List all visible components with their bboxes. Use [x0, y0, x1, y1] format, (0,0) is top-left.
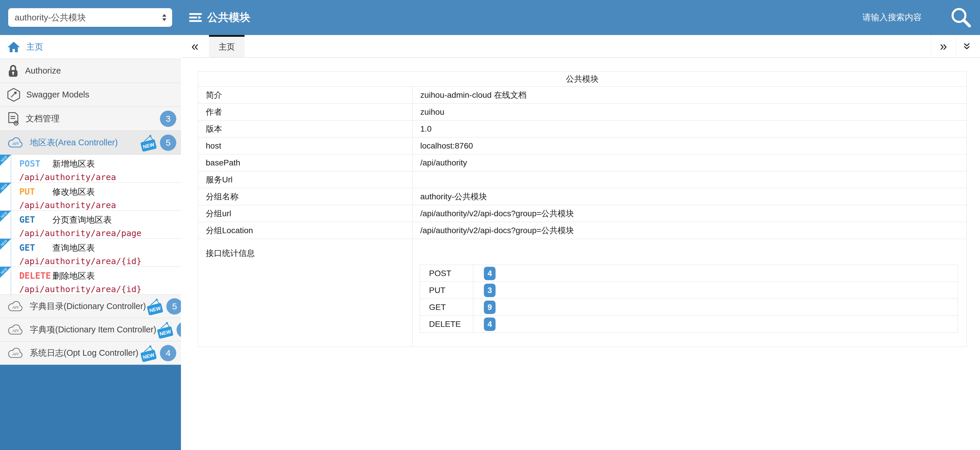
sidebar-item-dictionary-item-controller[interactable]: API 字典项(Dictionary Item Controller) NEW … — [0, 318, 181, 342]
cloud-api-icon: API — [7, 347, 24, 359]
api-endpoint-list: NEW POST 新增地区表 /api/authority/area NEW P… — [0, 155, 181, 295]
sidebar-item-doc-manage[interactable]: 文档管理 3 — [0, 107, 181, 131]
tabs-menu-button[interactable]: » — [956, 35, 980, 57]
main-content: « 主页 » » 公共模块 简介 zuihou-admin-cloud 在线文档… — [181, 35, 980, 450]
http-method-label: GET — [19, 243, 51, 253]
http-method-label: DELETE — [19, 270, 51, 281]
group-select[interactable]: authority-公共模块 — [8, 8, 172, 27]
new-ribbon-icon: NEW — [0, 155, 11, 166]
new-tag-icon: NEW — [146, 298, 164, 315]
sidebar-item-label: 系统日志(Opt Log Controller) — [30, 347, 138, 359]
new-tag-icon: NEW — [140, 344, 158, 362]
new-ribbon-icon: NEW — [0, 183, 11, 194]
row-label: 作者 — [198, 103, 413, 121]
row-label: 简介 — [198, 87, 413, 103]
api-count-badge: 6 — [177, 321, 181, 338]
api-path: /api/authority/area — [19, 172, 181, 182]
sidebar-item-area-controller[interactable]: API 地区表(Area Controller) NEW 5 — [0, 131, 181, 155]
sidebar-item-label: 主页 — [26, 41, 43, 53]
cloud-api-icon: API — [7, 136, 24, 149]
home-icon — [7, 41, 21, 53]
tab-label: 主页 — [219, 41, 235, 52]
svg-text:API: API — [12, 142, 19, 146]
stats-row: 接口统计信息 POST 4 PUT 3 GET 9 — [198, 239, 967, 347]
api-path: /api/authority/area/{id} — [19, 284, 181, 294]
sidebar: 主页 Authorize Swagger Models — [0, 35, 181, 450]
api-name: 新增地区表 — [52, 159, 95, 169]
table-row: 服务Url — [198, 171, 967, 188]
stats-table-row: DELETE 4 — [420, 316, 958, 333]
doc-count-badge: 3 — [160, 111, 176, 127]
search-icon[interactable] — [950, 6, 972, 29]
api-item-put-area[interactable]: NEW PUT 修改地区表 /api/authority/area — [0, 183, 181, 211]
sidebar-item-label: 字典项(Dictionary Item Controller) — [30, 324, 156, 336]
lock-icon — [7, 64, 19, 78]
sidebar-item-label: 文档管理 — [26, 113, 59, 125]
app-logo-icon — [189, 11, 202, 24]
row-label: 版本 — [198, 121, 413, 137]
row-value: /api/authority/v2/api-docs?group=公共模块 — [413, 222, 967, 239]
http-method-label: POST — [19, 159, 51, 169]
http-method-label: GET — [19, 215, 51, 225]
cloud-api-icon: API — [7, 300, 24, 313]
tab-home[interactable]: 主页 — [209, 35, 245, 57]
api-count-badge: 5 — [160, 135, 176, 151]
table-row: 分组url /api/authority/v2/api-docs?group=公… — [198, 205, 967, 222]
api-item-post-area[interactable]: NEW POST 新增地区表 /api/authority/area — [0, 155, 181, 183]
sidebar-item-opt-log-controller[interactable]: API 系统日志(Opt Log Controller) NEW 4 — [0, 342, 181, 365]
api-item-delete-area-id[interactable]: NEW DELETE 删除地区表 /api/authority/area/{id… — [0, 267, 181, 295]
svg-text:API: API — [12, 305, 19, 310]
sidebar-item-dictionary-controller[interactable]: API 字典目录(Dictionary Controller) NEW 5 — [0, 295, 181, 318]
api-count-badge: 4 — [160, 345, 176, 361]
sidebar-item-label: 地区表(Area Controller) — [30, 137, 118, 148]
app-title-wrap: 公共模块 — [189, 10, 250, 25]
table-row: 作者 zuihou — [198, 103, 967, 121]
method-count-badge: 4 — [484, 267, 496, 280]
row-value: /api/authority — [413, 154, 967, 171]
search-placeholder: 请输入搜索内容 — [862, 12, 922, 23]
http-method-label: PUT — [19, 186, 51, 197]
api-path: /api/authority/area — [19, 200, 181, 210]
row-label: 服务Url — [198, 171, 413, 188]
sidebar-item-swagger-models[interactable]: Swagger Models — [0, 83, 181, 107]
api-name: 分页查询地区表 — [52, 215, 111, 224]
row-label: 分组url — [198, 205, 413, 222]
tab-bar: « 主页 » » — [181, 35, 980, 58]
table-row: basePath /api/authority — [198, 154, 967, 171]
stats-method: DELETE — [420, 316, 473, 333]
models-hexagon-icon — [7, 87, 21, 102]
sidebar-item-authorize[interactable]: Authorize — [0, 59, 181, 83]
sidebar-item-label: Authorize — [25, 66, 61, 76]
row-value: /api/authority/v2/api-docs?group=公共模块 — [413, 205, 967, 222]
api-name: 删除地区表 — [52, 271, 95, 280]
search-input[interactable]: 请输入搜索内容 — [862, 6, 980, 29]
new-tag-icon: NEW — [140, 134, 158, 151]
sidebar-item-label: Swagger Models — [26, 90, 89, 100]
module-info-table: 公共模块 简介 zuihou-admin-cloud 在线文档 作者 zuiho… — [198, 71, 967, 347]
api-item-get-area-page[interactable]: NEW GET 分页查询地区表 /api/authority/area/page — [0, 211, 181, 239]
tabs-scroll-left-button[interactable]: « — [181, 35, 209, 57]
api-name: 修改地区表 — [52, 187, 95, 196]
tabbar-spacer — [245, 35, 931, 57]
row-label: basePath — [198, 154, 413, 171]
table-row: host localhost:8760 — [198, 137, 967, 154]
sidebar-item-home[interactable]: 主页 — [0, 35, 181, 59]
row-label: 分组名称 — [198, 188, 413, 205]
row-value: 1.0 — [413, 121, 967, 137]
row-value: zuihou — [413, 103, 967, 121]
method-count-badge: 9 — [484, 301, 496, 314]
tabs-scroll-right-button[interactable]: » — [931, 35, 956, 57]
row-value: localhost:8760 — [413, 137, 967, 154]
group-select-value: authority-公共模块 — [14, 12, 161, 24]
method-stats-table: POST 4 PUT 3 GET 9 DELETE 4 — [420, 265, 958, 333]
svg-text:API: API — [12, 352, 19, 356]
select-updown-icon — [161, 13, 167, 22]
app-header: authority-公共模块 公共模块 请输入搜索内容 — [0, 0, 980, 35]
row-value: authority-公共模块 — [413, 188, 967, 205]
stats-label: 接口统计信息 — [198, 239, 413, 347]
page-title: 公共模块 — [207, 10, 250, 25]
api-item-get-area-id[interactable]: NEW GET 查询地区表 /api/authority/area/{id} — [0, 239, 181, 267]
stats-method: PUT — [420, 282, 473, 299]
chevrons-down-icon: » — [961, 43, 975, 49]
chevrons-right-icon: » — [940, 39, 947, 53]
